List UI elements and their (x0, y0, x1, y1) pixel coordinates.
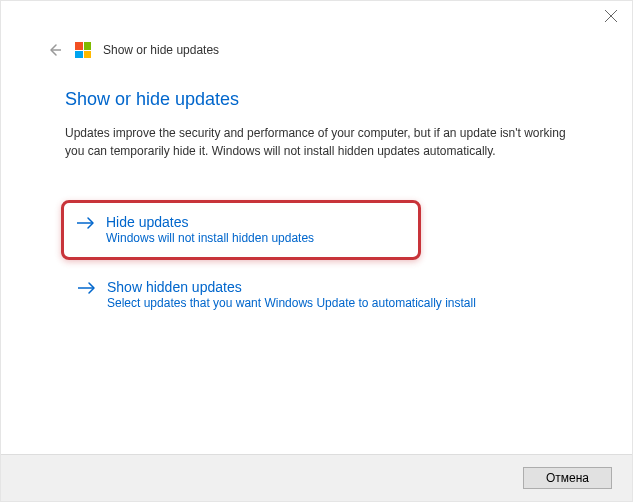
option-show-hidden-updates[interactable]: Show hidden updates Select updates that … (65, 270, 572, 320)
option-title: Hide updates (106, 213, 314, 231)
close-icon[interactable] (604, 9, 618, 23)
window-title: Show or hide updates (103, 43, 219, 57)
option-hide-updates[interactable]: Hide updates Windows will not install hi… (61, 200, 421, 260)
microsoft-logo-icon (75, 42, 91, 58)
option-subtitle: Select updates that you want Windows Upd… (107, 296, 476, 312)
option-title: Show hidden updates (107, 278, 476, 296)
option-subtitle: Windows will not install hidden updates (106, 231, 314, 247)
back-arrow-icon[interactable] (45, 41, 63, 59)
option-text: Show hidden updates Select updates that … (107, 278, 476, 312)
cancel-button[interactable]: Отмена (523, 467, 612, 489)
arrow-right-icon (76, 215, 96, 235)
content-area: Show or hide updates Updates improve the… (1, 69, 632, 454)
footer: Отмена (1, 454, 632, 501)
titlebar (1, 1, 632, 41)
wizard-window: Show or hide updates Show or hide update… (0, 0, 633, 502)
option-text: Hide updates Windows will not install hi… (106, 213, 314, 247)
page-title: Show or hide updates (65, 89, 572, 110)
header: Show or hide updates (1, 41, 632, 69)
arrow-right-icon (77, 280, 97, 300)
page-description: Updates improve the security and perform… (65, 124, 572, 160)
